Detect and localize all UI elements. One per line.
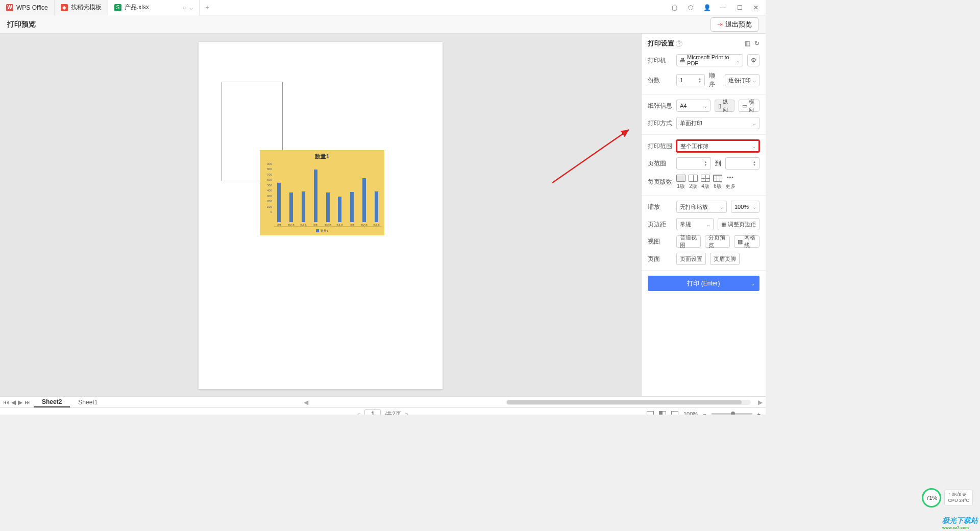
view-label: 视图 <box>648 237 672 246</box>
tab-file-active[interactable]: S 产品.xlsx ○ ⌵ <box>108 0 200 15</box>
sheet-first-icon[interactable]: ⏮ <box>3 399 9 406</box>
user-avatar-icon[interactable]: 👤 <box>701 2 713 13</box>
layout-4-button[interactable]: 4版 <box>701 175 710 190</box>
copies-value: 1 <box>680 77 683 83</box>
chevron-down-icon[interactable]: ⌵ <box>189 4 193 11</box>
printer-select[interactable]: 🖶 Microsoft Print to PDF <box>676 54 743 66</box>
zoom-pct-select[interactable]: 100% <box>731 201 760 213</box>
tab-menu-icon[interactable]: ○ <box>183 4 186 11</box>
view-mode-1-icon[interactable] <box>647 411 654 415</box>
printer-settings-button[interactable]: ⚙ <box>747 54 760 66</box>
print-range-label: 打印范围 <box>648 142 672 151</box>
minimize-button[interactable]: — <box>718 2 729 13</box>
horizontal-scrollbar[interactable] <box>506 400 751 405</box>
scroll-left-icon[interactable]: ◀ <box>301 399 311 406</box>
print-range-select[interactable]: 整个工作簿 <box>676 140 760 152</box>
printer-label: 打印机 <box>648 56 672 65</box>
zoom-readout: 100% <box>683 411 698 415</box>
chart-title: 数量1 <box>260 150 384 160</box>
view-gridlines-button[interactable]: ▦网格线 <box>734 235 760 248</box>
preview-header: 打印预览 ⇥ 退出预览 <box>0 15 766 34</box>
chart-yaxis: 0100200300400500600700800900 <box>261 162 272 213</box>
paper-select[interactable]: A4 <box>676 100 710 112</box>
margin-value: 常规 <box>680 221 691 228</box>
landscape-icon: ▭ <box>742 103 747 109</box>
page-prev-button[interactable]: < <box>357 411 360 415</box>
template-icon: ◆ <box>61 4 68 11</box>
paper-value: A4 <box>680 103 687 109</box>
per-page-label: 每页版数 <box>648 175 672 186</box>
preview-canvas: 数量1 0100200300400500600700800900 捡笔笔记本文具… <box>0 34 641 396</box>
layout-more-button[interactable]: •••更多 <box>725 175 736 190</box>
view-normal-button[interactable]: 普通视图 <box>676 235 701 248</box>
sheet-tab-sheet2[interactable]: Sheet2 <box>34 397 70 407</box>
orientation-portrait-button[interactable]: ▯纵向 <box>715 100 734 112</box>
printer-value: Microsoft Print to PDF <box>687 54 737 66</box>
order-select[interactable]: 逐份打印 <box>725 74 760 86</box>
layout-2-button[interactable]: 2版 <box>689 175 698 190</box>
exit-preview-button[interactable]: ⇥ 退出预览 <box>710 17 758 32</box>
panel-layout-icon[interactable]: ▥ <box>745 40 750 47</box>
scroll-right-icon[interactable]: ▶ <box>755 399 766 406</box>
chart-legend: 数量1 <box>260 227 384 235</box>
orientation-landscape-button[interactable]: ▭横向 <box>739 100 760 112</box>
zoom-value: 无打印缩放 <box>680 203 708 211</box>
page-preview: 数量1 0100200300400500600700800900 捡笔笔记本文具… <box>199 42 443 389</box>
cube-icon[interactable]: ⬡ <box>685 2 696 13</box>
zoom-slider[interactable] <box>712 413 752 415</box>
margin-label: 页边距 <box>648 220 672 229</box>
chart-bars: 捡笔笔记本文具盒捡笔笔记本文具盒捡笔笔记本文具盒 <box>274 171 381 227</box>
help-icon[interactable]: ? <box>676 40 682 47</box>
zoom-out-button[interactable]: − <box>703 411 706 415</box>
order-value: 逐份打印 <box>728 77 751 84</box>
layout-6-button[interactable]: 6版 <box>713 175 722 190</box>
sheet-prev-icon[interactable]: ◀ <box>11 399 16 406</box>
page-to-input[interactable]: ▲▼ <box>725 157 760 170</box>
tab-template[interactable]: ◆ 找稻壳模板 <box>55 0 108 15</box>
layout-1-button[interactable]: 1版 <box>676 175 685 190</box>
page-number-input[interactable] <box>364 409 381 415</box>
view-page-button[interactable]: 分页预览 <box>705 235 729 248</box>
spinner-icon[interactable]: ▲▼ <box>704 160 707 166</box>
spinner-icon[interactable]: ▲▼ <box>753 160 756 166</box>
layout-icon[interactable]: ▢ <box>669 2 680 13</box>
panel-title: 打印设置 <box>648 39 674 48</box>
page-next-button[interactable]: > <box>405 411 408 415</box>
page-setup-button[interactable]: 页面设置 <box>676 253 706 265</box>
scrollbar-thumb[interactable] <box>507 400 742 404</box>
zoom-in-button[interactable]: + <box>757 411 761 415</box>
view-mode-2-icon[interactable] <box>659 411 666 415</box>
margin-icon: ▦ <box>721 221 726 228</box>
sheet-tab-bar: ⏮ ◀ ▶ ⏭ Sheet2 Sheet1 ◀ ▶ <box>0 396 766 407</box>
print-button[interactable]: 打印 (Enter) <box>648 276 760 291</box>
zoom-label: 缩放 <box>648 203 672 211</box>
main-area: 数量1 0100200300400500600700800900 捡笔笔记本文具… <box>0 34 766 396</box>
print-settings-panel: 打印设置 ? ▥ ↻ 打印机 🖶 Microsoft Print to PDF … <box>641 34 766 396</box>
exit-label: 退出预览 <box>725 20 752 29</box>
tab-wps-home[interactable]: W WPS Office <box>0 0 55 15</box>
order-label: 顺序 <box>709 71 721 89</box>
margin-select[interactable]: 常规 <box>676 218 714 230</box>
chart-plot-area: 0100200300400500600700800900 捡笔笔记本文具盒捡笔笔… <box>260 160 384 227</box>
sheet-tab-sheet1[interactable]: Sheet1 <box>70 397 106 407</box>
grid-icon: ▦ <box>738 238 743 245</box>
panel-refresh-icon[interactable]: ↻ <box>754 40 760 47</box>
copies-input[interactable]: 1▲▼ <box>676 74 705 86</box>
new-tab-button[interactable]: ＋ <box>200 3 215 12</box>
print-method-label: 打印方式 <box>648 119 672 128</box>
print-method-select[interactable]: 单面打印 <box>676 117 760 129</box>
zoom-select[interactable]: 无打印缩放 <box>676 201 727 213</box>
maximize-button[interactable]: ☐ <box>734 2 745 13</box>
exit-icon: ⇥ <box>717 20 723 28</box>
page-title: 打印预览 <box>7 20 36 29</box>
adjust-margin-button[interactable]: ▦调整页边距 <box>718 218 760 230</box>
annotation-arrow <box>552 128 634 184</box>
sheet-next-icon[interactable]: ▶ <box>18 399 22 406</box>
view-mode-3-icon[interactable] <box>671 411 678 415</box>
page-from-input[interactable]: ▲▼ <box>676 157 711 170</box>
header-footer-button[interactable]: 页眉页脚 <box>710 253 740 265</box>
spinner-icon[interactable]: ▲▼ <box>698 77 701 83</box>
close-button[interactable]: ✕ <box>750 2 762 13</box>
print-range-value: 整个工作簿 <box>680 142 708 150</box>
sheet-last-icon[interactable]: ⏭ <box>24 399 31 406</box>
